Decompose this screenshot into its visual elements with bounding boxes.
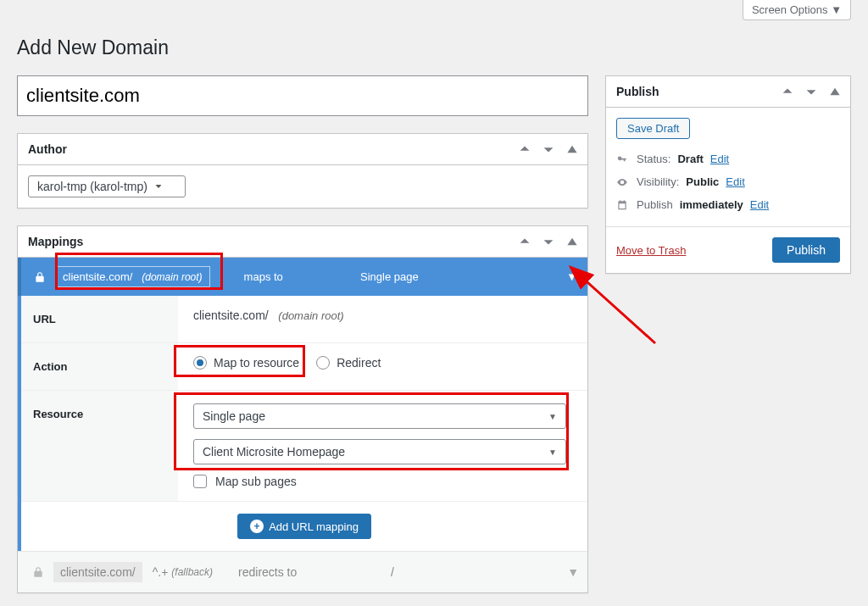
radio-checked-icon: [193, 356, 207, 370]
visibility-label: Visibility:: [637, 175, 679, 188]
radio-unchecked-icon: [316, 356, 330, 370]
schedule-prefix: Publish: [637, 198, 673, 211]
key-icon: [616, 153, 630, 165]
status-label: Status:: [637, 153, 670, 165]
publish-panel: Publish Save Draft Status: Dr: [605, 75, 851, 274]
fallback-redirects-label: redirects to: [238, 565, 297, 579]
resource-type-select[interactable]: Single page ▼: [193, 403, 566, 429]
resource-item-value: Client Microsite Homepage: [203, 445, 345, 459]
mapping-row-header[interactable]: clientsite.com/ (domain root) maps to Si…: [18, 258, 587, 296]
status-value: Draft: [677, 153, 703, 165]
fallback-mapping-row[interactable]: clientsite.com/ ^.+ (fallback) redirects…: [18, 551, 587, 592]
radio-redirect[interactable]: Redirect: [316, 356, 381, 370]
collapse-caret-icon[interactable]: ▼: [566, 270, 577, 283]
mappings-panel-title: Mappings: [18, 226, 93, 257]
screen-options-toggle[interactable]: Screen Options ▼: [743, 0, 851, 20]
move-down-icon[interactable]: [799, 76, 823, 107]
caret-down-icon[interactable]: ▼: [567, 565, 579, 579]
toggle-panel-icon[interactable]: [823, 76, 847, 107]
mapping-domain-badge: clientsite.com/ (domain root): [55, 266, 210, 287]
move-up-icon[interactable]: [776, 76, 799, 107]
author-select[interactable]: karol-tmp (karol-tmp): [28, 175, 186, 197]
action-field-label: Action: [21, 343, 178, 390]
resource-field-label: Resource: [21, 391, 178, 501]
url-note: (domain root): [278, 309, 343, 322]
author-panel: Author karol-tmp (karol-tmp): [17, 133, 588, 208]
map-sub-pages-label: Map sub pages: [215, 475, 297, 488]
visibility-value: Public: [686, 175, 719, 188]
resource-type-value: Single page: [203, 409, 265, 423]
edit-status-link[interactable]: Edit: [710, 153, 729, 165]
edit-schedule-link[interactable]: Edit: [750, 198, 769, 211]
plus-circle-icon: +: [250, 520, 264, 533]
publish-panel-title: Publish: [606, 76, 670, 107]
author-selected: karol-tmp (karol-tmp): [37, 180, 147, 193]
caret-down-icon: ▼: [548, 448, 557, 457]
mappings-panel: Mappings clientsite.com/ (domain root): [17, 225, 588, 593]
radio-map-to-resource[interactable]: Map to resource: [193, 356, 299, 370]
lock-icon: [28, 271, 52, 283]
toggle-panel-icon[interactable]: [560, 134, 584, 164]
maps-to-label: maps to: [244, 270, 283, 283]
fallback-target: /: [391, 565, 394, 579]
url-value: clientsite.com/: [193, 309, 269, 322]
calendar-icon: [616, 199, 630, 211]
screen-options-label: Screen Options: [752, 3, 828, 16]
domain-title-input[interactable]: [17, 75, 588, 116]
fallback-regex: ^.+: [153, 565, 169, 579]
chevron-down-icon: [153, 181, 164, 192]
mapping-resource-summary: Single page: [360, 270, 419, 283]
move-down-icon[interactable]: [537, 226, 560, 257]
toggle-panel-icon[interactable]: [560, 226, 584, 257]
mapping-domain-note: (domain root): [142, 271, 202, 283]
edit-visibility-link[interactable]: Edit: [726, 175, 744, 188]
author-panel-title: Author: [18, 134, 77, 164]
move-to-trash-link[interactable]: Move to Trash: [616, 244, 686, 257]
caret-down-icon: ▼: [548, 412, 557, 421]
move-down-icon[interactable]: [537, 134, 560, 164]
radio-map-label: Map to resource: [214, 356, 299, 370]
fallback-note: (fallback): [171, 566, 213, 578]
fallback-domain: clientsite.com/: [53, 562, 142, 582]
move-up-icon[interactable]: [513, 134, 537, 164]
schedule-value: immediately: [680, 198, 743, 211]
publish-button[interactable]: Publish: [772, 237, 840, 263]
map-sub-pages-checkbox[interactable]: [193, 475, 207, 488]
url-field-label: URL: [21, 296, 178, 342]
add-url-mapping-button[interactable]: + Add URL mapping: [237, 514, 371, 539]
lock-icon: [26, 566, 50, 578]
move-up-icon[interactable]: [513, 226, 537, 257]
eye-icon: [616, 176, 630, 188]
save-draft-button[interactable]: Save Draft: [616, 118, 690, 139]
resource-item-select[interactable]: Client Microsite Homepage ▼: [193, 439, 566, 464]
mapping-domain: clientsite.com/: [63, 270, 132, 283]
add-url-mapping-label: Add URL mapping: [269, 520, 359, 533]
radio-redirect-label: Redirect: [337, 356, 381, 370]
page-title: Add New Domain: [17, 29, 588, 63]
caret-down-icon: ▼: [831, 3, 842, 16]
